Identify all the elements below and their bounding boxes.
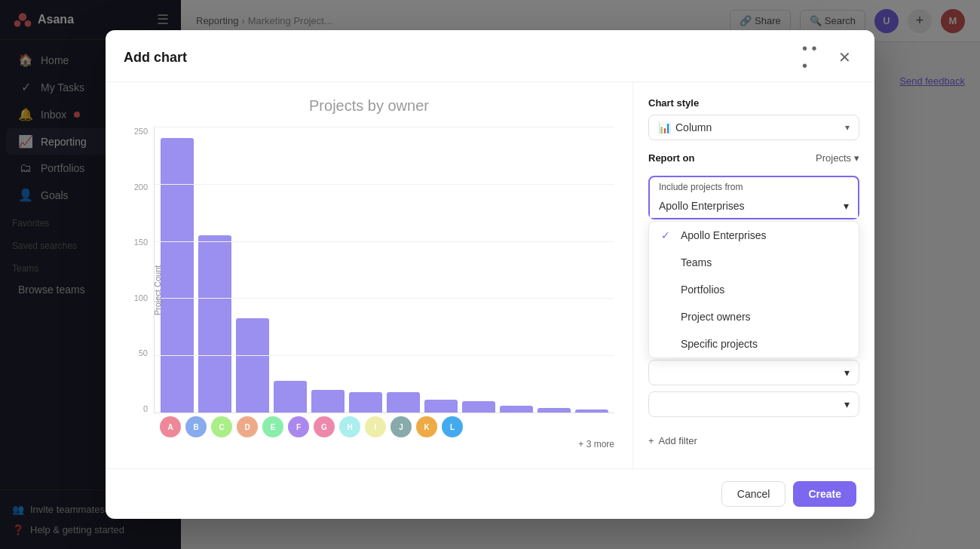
bar-10[interactable] (500, 406, 533, 413)
chart-style-section: Chart style 📊 Column ▾ (648, 97, 859, 140)
chart-style-label: Chart style (648, 97, 859, 109)
y-axis-label: Project Count (153, 265, 162, 315)
modal-header-actions: • • • ✕ (802, 45, 856, 69)
right-panel: Chart style 📊 Column ▾ Report on Project… (633, 82, 874, 468)
dropdown-option-label: Project owners (681, 311, 751, 323)
avatar-bar-8: H (339, 416, 360, 437)
modal-more-button[interactable]: • • • (802, 45, 826, 69)
dropdown-option-label: Specific projects (681, 338, 758, 350)
y-axis-0: 0 (143, 404, 148, 413)
bar-9[interactable] (462, 401, 495, 413)
include-projects-value: Apollo Enterprises (659, 200, 745, 212)
avatar-bar-10: J (390, 416, 412, 437)
grid-line-1 (155, 127, 614, 127)
add-filter-button[interactable]: + Add filter (648, 435, 859, 446)
dropdown-option-specific-projects[interactable]: Specific projects (649, 330, 859, 357)
avatar-bar-6: F (288, 416, 309, 437)
grid-line-2 (155, 184, 614, 185)
bar-11[interactable] (537, 408, 571, 413)
projects-value: Projects (816, 152, 851, 164)
bar-2[interactable] (198, 235, 231, 413)
chart-style-icon: 📊 (658, 121, 671, 133)
dropdown-option-project-owners[interactable]: Project owners (649, 303, 859, 330)
chart-title: Projects by owner (124, 97, 614, 115)
extra-dropdown-1[interactable]: ▾ (648, 360, 859, 385)
dropdown-option-teams[interactable]: Teams (649, 249, 859, 276)
bar-5[interactable] (311, 390, 345, 413)
y-axis-150: 150 (134, 238, 148, 247)
check-icon: ✓ (661, 229, 673, 241)
avatar-bar-1: A (160, 416, 181, 437)
more-label: + 3 more (154, 439, 614, 449)
extra-dropdowns: ▾ ▾ (648, 360, 859, 417)
grid-line-3 (155, 241, 614, 242)
bar-8[interactable] (424, 400, 458, 413)
dropdown-option-label: Apollo Enterprises (681, 229, 767, 241)
y-axis-50: 50 (139, 348, 148, 357)
report-on-row: Report on Projects ▾ (648, 152, 859, 164)
extra-dropdown-2[interactable]: ▾ (648, 391, 859, 417)
chart-area: Projects by owner 250 200 150 100 50 0 (106, 82, 633, 468)
avatar-bar-12: L (442, 416, 463, 437)
bar-12[interactable] (575, 409, 608, 413)
projects-chevron-icon: ▾ (854, 152, 859, 164)
avatar-bar-11: K (416, 416, 437, 437)
include-projects-wrapper: Include projects from Apollo Enterprises… (648, 176, 859, 219)
include-projects-label: Include projects from (650, 177, 858, 194)
bar-3[interactable] (236, 318, 269, 413)
more-dots-icon: • • • (802, 40, 826, 75)
extra-chevron-icon-1: ▾ (844, 367, 850, 379)
y-axis-100: 100 (134, 293, 148, 302)
add-chart-modal: Add chart • • • ✕ Projects by owner 250 … (106, 30, 874, 519)
modal-body: Projects by owner 250 200 150 100 50 0 (106, 82, 874, 468)
chevron-down-icon: ▾ (845, 122, 850, 133)
chart-style-value: Column (671, 121, 845, 133)
avatar-bar-3: C (211, 416, 232, 437)
bar-7[interactable] (387, 392, 420, 413)
dropdown-option-label: Teams (681, 256, 712, 268)
report-on-section: Report on Projects ▾ (648, 152, 859, 164)
avatar-bar-5: E (262, 416, 283, 437)
avatar-bar-7: G (314, 416, 335, 437)
avatar-bar-2: B (185, 416, 207, 437)
dropdown-option-label: Portfolios (681, 284, 724, 296)
plus-icon: + (648, 435, 654, 446)
include-projects-select[interactable]: Apollo Enterprises ▾ (650, 194, 858, 218)
bar-6[interactable] (349, 392, 382, 413)
dropdown-option-apollo[interactable]: ✓ Apollo Enterprises (649, 222, 859, 249)
y-axis-200: 200 (134, 182, 148, 192)
y-axis-250: 250 (134, 127, 148, 136)
report-on-label: Report on (648, 152, 694, 164)
grid-line-4 (155, 298, 614, 299)
avatar-bar-4: D (237, 416, 258, 437)
modal-header: Add chart • • • ✕ (106, 30, 874, 82)
include-projects-dropdown: ✓ Apollo Enterprises Teams Portfolios Pr… (648, 221, 859, 358)
projects-badge[interactable]: Projects ▾ (816, 152, 859, 164)
include-projects-chevron-icon: ▾ (844, 200, 849, 212)
dropdown-option-portfolios[interactable]: Portfolios (649, 276, 859, 303)
bar-4[interactable] (274, 381, 307, 413)
grid-line-5 (155, 355, 614, 356)
modal-footer: Cancel Create (106, 468, 874, 519)
modal-close-button[interactable]: ✕ (832, 45, 856, 69)
chart-style-select[interactable]: 📊 Column ▾ (648, 115, 859, 140)
modal-title: Add chart (124, 50, 187, 66)
include-projects-section: Include projects from Apollo Enterprises… (648, 176, 859, 219)
add-filter-label: Add filter (659, 435, 697, 446)
avatar-bar-9: I (365, 416, 386, 437)
close-icon: ✕ (838, 48, 851, 66)
create-button[interactable]: Create (793, 481, 856, 507)
cancel-button[interactable]: Cancel (721, 481, 786, 507)
extra-chevron-icon-2: ▾ (844, 398, 850, 410)
bar-1[interactable] (161, 138, 194, 413)
